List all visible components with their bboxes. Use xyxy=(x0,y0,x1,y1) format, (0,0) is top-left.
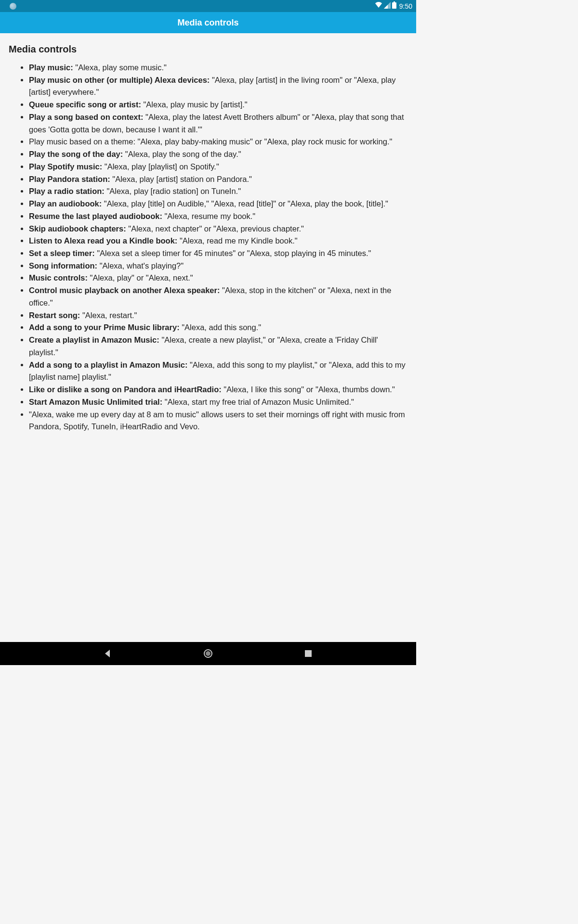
command-label: Create a playlist in Amazon Music: xyxy=(29,335,159,344)
command-item: Set a sleep timer: "Alexa set a sleep ti… xyxy=(29,247,407,260)
command-label: Resume the last played audiobook: xyxy=(29,212,162,220)
command-label: Queue specific song or artist: xyxy=(29,100,141,109)
nav-bar xyxy=(0,642,416,665)
command-label: Play Spotify music: xyxy=(29,162,102,171)
command-item: Add a song to your Prime Music library: … xyxy=(29,321,407,334)
command-text: "Alexa, play the song of the day." xyxy=(123,150,241,158)
command-item: Play music based on a theme: "Alexa, pla… xyxy=(29,136,407,148)
app-bar-title: Media controls xyxy=(177,18,238,28)
command-label: Add a song to a playlist in Amazon Music… xyxy=(29,360,187,369)
command-label: Control music playback on another Alexa … xyxy=(29,286,220,295)
command-label: Play music: xyxy=(29,63,73,72)
command-label: Skip audiobook chapters: xyxy=(29,224,126,233)
command-text: "Alexa, restart." xyxy=(80,311,137,320)
command-text: "Alexa, add this song." xyxy=(180,323,261,332)
command-item: Start Amazon Music Unlimited trial: "Ale… xyxy=(29,396,407,409)
command-text: "Alexa, start my free trial of Amazon Mu… xyxy=(162,398,354,406)
command-label: Play Pandora station: xyxy=(29,175,110,183)
command-item: Like or dislike a song on Pandora and iH… xyxy=(29,384,407,396)
command-text: "Alexa, play [title] on Audible," "Alexa… xyxy=(102,199,388,208)
command-text: "Alexa set a sleep timer for 45 minutes"… xyxy=(95,249,371,257)
app-bar: Media controls xyxy=(0,12,416,33)
command-label: Play a song based on context: xyxy=(29,113,143,121)
command-text: "Alexa, I like this song" or "Alexa, thu… xyxy=(222,385,395,394)
command-item: Play an audiobook: "Alexa, play [title] … xyxy=(29,198,407,210)
notification-icon xyxy=(10,3,16,10)
command-item: Play music on other (or multiple) Alexa … xyxy=(29,74,407,99)
nav-home-button[interactable] xyxy=(196,642,220,665)
command-text: "Alexa, read me my Kindle book." xyxy=(177,236,297,245)
command-text: "Alexa, play [artist] station on Pandora… xyxy=(110,175,252,183)
command-item: Listen to Alexa read you a Kindle book: … xyxy=(29,235,407,247)
cell-signal-icon xyxy=(384,2,391,11)
content-area[interactable]: Media controls Play music: "Alexa, play … xyxy=(0,33,416,444)
status-bar: 9:50 xyxy=(0,0,416,12)
command-text: "Alexa, wake me up every day at 8 am to … xyxy=(29,410,405,431)
command-item: Music controls: "Alexa, play" or "Alexa,… xyxy=(29,272,407,284)
command-label: Play the song of the day: xyxy=(29,150,123,158)
battery-icon xyxy=(392,1,396,11)
command-text: "Alexa, what's playing?" xyxy=(97,261,184,270)
status-left xyxy=(4,3,16,10)
command-text: "Alexa, play some music." xyxy=(73,63,167,72)
command-text: "Alexa, play music by [artist]." xyxy=(141,100,248,109)
page-heading: Media controls xyxy=(9,44,407,55)
command-label: Like or dislike a song on Pandora and iH… xyxy=(29,385,222,394)
command-label: Listen to Alexa read you a Kindle book: xyxy=(29,236,177,245)
command-item: Play Spotify music: "Alexa, play [playli… xyxy=(29,161,407,173)
command-item: Play Pandora station: "Alexa, play [arti… xyxy=(29,173,407,186)
command-item: Resume the last played audiobook: "Alexa… xyxy=(29,210,407,223)
command-item: Skip audiobook chapters: "Alexa, next ch… xyxy=(29,223,407,235)
command-label: Music controls: xyxy=(29,273,88,282)
command-label: Play music on other (or multiple) Alexa … xyxy=(29,76,210,84)
command-label: Play a radio station: xyxy=(29,187,105,195)
command-text: "Alexa, play [radio station] on TuneIn." xyxy=(105,187,241,195)
command-label: Song information: xyxy=(29,261,97,270)
svg-rect-0 xyxy=(392,2,396,9)
command-text: Play music based on a theme: "Alexa, pla… xyxy=(29,137,392,146)
command-item: Queue specific song or artist: "Alexa, p… xyxy=(29,99,407,111)
command-item: Restart song: "Alexa, restart." xyxy=(29,309,407,322)
commands-list: Play music: "Alexa, play some music."Pla… xyxy=(9,62,407,433)
command-item: Play a radio station: "Alexa, play [radi… xyxy=(29,185,407,198)
command-item: "Alexa, wake me up every day at 8 am to … xyxy=(29,409,407,433)
command-label: Restart song: xyxy=(29,311,80,320)
nav-back-button[interactable] xyxy=(96,642,120,665)
command-text: "Alexa, resume my book." xyxy=(162,212,255,220)
command-item: Play the song of the day: "Alexa, play t… xyxy=(29,148,407,161)
command-label: Set a sleep timer: xyxy=(29,249,95,257)
svg-point-3 xyxy=(206,651,210,656)
command-label: Start Amazon Music Unlimited trial: xyxy=(29,398,162,406)
status-clock: 9:50 xyxy=(399,2,412,10)
nav-recent-button[interactable] xyxy=(296,642,320,665)
command-item: Create a playlist in Amazon Music: "Alex… xyxy=(29,334,407,359)
svg-rect-4 xyxy=(305,650,312,657)
command-item: Play music: "Alexa, play some music." xyxy=(29,62,407,74)
command-item: Song information: "Alexa, what's playing… xyxy=(29,260,407,272)
command-item: Add a song to a playlist in Amazon Music… xyxy=(29,359,407,384)
wifi-icon xyxy=(375,2,382,11)
command-text: "Alexa, next chapter" or "Alexa, previou… xyxy=(126,224,304,233)
command-label: Play an audiobook: xyxy=(29,199,102,208)
command-item: Play a song based on context: "Alexa, pl… xyxy=(29,111,407,136)
command-text: "Alexa, play [playlist] on Spotify." xyxy=(102,162,219,171)
command-label: Add a song to your Prime Music library: xyxy=(29,323,180,332)
status-right: 9:50 xyxy=(375,1,412,11)
command-item: Control music playback on another Alexa … xyxy=(29,284,407,309)
svg-rect-1 xyxy=(394,1,395,2)
command-text: "Alexa, play" or "Alexa, next." xyxy=(88,273,193,282)
